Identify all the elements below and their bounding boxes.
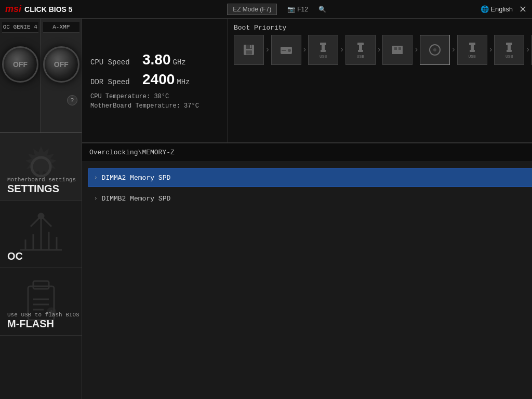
menu-list: › DIMMA2 Memory SPD › DIMMB2 Memory SPD	[82, 162, 532, 214]
boot-arrow-7: ›	[488, 45, 494, 55]
breadcrumb-bar: Overclocking\MEMORY-Z HOT KEY | ↩	[82, 143, 532, 162]
sidebar: OC GENIE 4 OFF A-XMP OFF ?	[0, 19, 82, 399]
oc-genie-button[interactable]: OFF	[2, 46, 38, 83]
boot-priority-panel: Boot Priority ›	[228, 19, 532, 142]
oc-label: OC	[7, 250, 23, 262]
svg-rect-42	[507, 50, 512, 52]
svg-rect-21	[246, 50, 252, 55]
logo: msi CLICK BIOS 5	[5, 4, 73, 15]
boot-arrow-6: ›	[451, 45, 456, 55]
boot-device-pcie[interactable]	[382, 35, 413, 65]
boot-device-usb4[interactable]: USB	[494, 35, 524, 65]
menu-item-label-dimma2: DIMMA2 Memory SPD	[102, 174, 171, 182]
mflash-label: Use USB to flash BIOS M-FLASH	[7, 312, 79, 330]
boot-arrow-3: ›	[339, 45, 344, 55]
boot-arrow-1: ›	[265, 45, 270, 55]
language-button[interactable]: 🌐 English	[481, 5, 513, 13]
oc-genie-panel: OC GENIE 4 OFF	[0, 19, 41, 133]
main-layout: OC GENIE 4 OFF A-XMP OFF ?	[0, 19, 532, 399]
svg-point-23	[288, 49, 291, 52]
menu-main: Overclocking\MEMORY-Z HOT KEY | ↩ › DIMM…	[82, 143, 532, 399]
content-area: CPU Speed 3.80 GHz DDR Speed 2400 MHz CP…	[82, 19, 532, 399]
boot-devices: › ›	[234, 35, 532, 65]
axmp-panel: A-XMP OFF ?	[41, 19, 82, 133]
sidebar-item-settings[interactable]: Motherboard settings SETTINGS	[0, 133, 82, 201]
boot-arrow-8: ›	[525, 45, 530, 55]
close-button[interactable]: ✕	[519, 4, 527, 15]
boot-arrow-4: ›	[377, 45, 382, 55]
top-bar: msi CLICK BIOS 5 EZ Mode (F7) 📷 F12 🔍 🌐 …	[0, 0, 532, 19]
menu-item-label-dimmb2: DIMMB2 Memory SPD	[102, 195, 171, 203]
settings-label: Motherboard settings SETTINGS	[7, 177, 76, 195]
cpu-speed-row: CPU Speed 3.80 GHz	[90, 51, 219, 68]
svg-point-5	[38, 214, 44, 219]
cpu-speed-panel: CPU Speed 3.80 GHz DDR Speed 2400 MHz CP…	[82, 19, 228, 142]
menu-item-dimmb2[interactable]: › DIMMB2 Memory SPD	[88, 189, 532, 208]
svg-rect-30	[358, 50, 363, 52]
menu-area: Overclocking\MEMORY-Z HOT KEY | ↩ › DIMM…	[82, 143, 532, 399]
boot-device-usb2[interactable]: USB	[345, 35, 376, 65]
svg-rect-11	[33, 281, 49, 289]
cpu-temp-row: CPU Temperature: 30°C	[90, 93, 219, 100]
svg-rect-32	[392, 52, 403, 54]
search-icon: 🔍	[318, 6, 326, 13]
ddr-speed-row: DDR Speed 2400 MHz	[90, 71, 219, 88]
boot-device-usb3[interactable]: USB	[457, 35, 487, 65]
svg-rect-29	[357, 43, 364, 45]
menu-item-dimma2[interactable]: › DIMMA2 Memory SPD	[88, 168, 532, 187]
svg-point-36	[433, 48, 436, 51]
menu-item-arrow-1: ›	[94, 175, 98, 181]
menu-item-arrow-2: ›	[94, 195, 98, 202]
sidebar-item-oc[interactable]: OC	[0, 201, 82, 268]
breadcrumb: Overclocking\MEMORY-Z	[89, 149, 175, 156]
svg-rect-38	[469, 43, 475, 45]
svg-rect-33	[394, 47, 397, 50]
top-info: CPU Speed 3.80 GHz DDR Speed 2400 MHz CP…	[82, 19, 532, 143]
svg-rect-41	[506, 43, 512, 45]
mb-temp-row: MotherBoard Temperature: 37°C	[90, 102, 219, 110]
top-center: EZ Mode (F7) 📷 F12 🔍	[227, 4, 326, 15]
svg-rect-20	[250, 45, 251, 48]
axmp-label: A-XMP	[43, 22, 80, 33]
f12-button[interactable]: 📷 F12	[287, 6, 308, 13]
logo-msi: msi	[5, 4, 21, 15]
svg-rect-34	[398, 47, 401, 50]
boot-arrow-5: ›	[414, 45, 419, 55]
search-button[interactable]: 🔍	[318, 6, 326, 13]
svg-rect-26	[320, 43, 326, 45]
boot-arrow-2: ›	[302, 45, 308, 55]
top-right: 🌐 English ✕	[481, 4, 527, 15]
boot-device-floppy[interactable]	[234, 35, 264, 65]
svg-rect-27	[321, 50, 326, 52]
camera-icon: 📷	[287, 6, 295, 13]
boot-device-dvd[interactable]	[420, 35, 450, 65]
boot-device-hdd[interactable]	[271, 35, 301, 65]
help-icon-button[interactable]: ?	[67, 95, 77, 105]
oc-genie-label: OC GENIE 4	[2, 22, 38, 33]
sidebar-item-mflash[interactable]: Use USB to flash BIOS M-FLASH	[0, 268, 82, 336]
globe-icon: 🌐	[481, 5, 489, 13]
boot-device-usb1[interactable]: USB	[308, 35, 338, 65]
svg-rect-39	[470, 50, 475, 52]
axmp-button[interactable]: OFF	[43, 46, 79, 83]
oc-tabs: OC GENIE 4 OFF A-XMP OFF ?	[0, 19, 82, 133]
logo-click: CLICK BIOS 5	[24, 5, 73, 14]
boot-priority-label: Boot Priority	[234, 24, 532, 32]
ez-mode-button[interactable]: EZ Mode (F7)	[227, 4, 277, 15]
